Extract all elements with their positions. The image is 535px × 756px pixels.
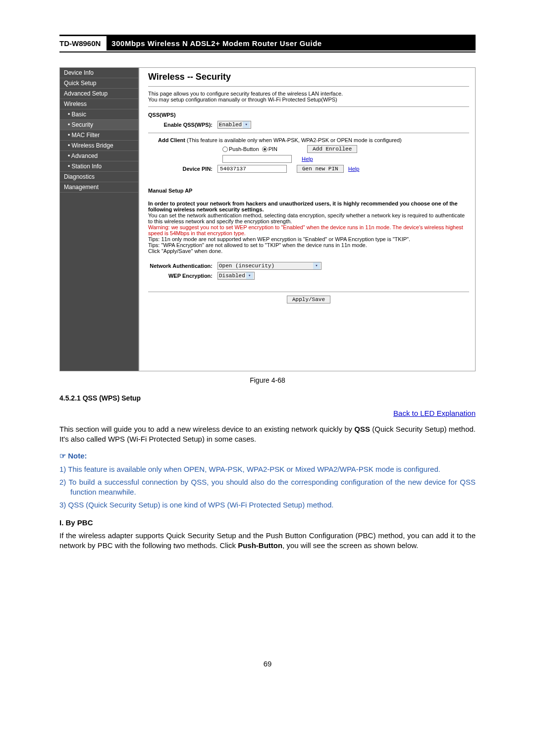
body-paragraph-1: This section will guide you to add a new… <box>59 424 476 445</box>
enrollee-pin-input[interactable] <box>222 155 292 163</box>
router-ui-screenshot: Device Info Quick Setup Advanced Setup W… <box>59 67 476 371</box>
manual-warning: Warning: we suggest you not to set WEP e… <box>148 224 469 236</box>
device-pin-label: Device PIN: <box>148 166 217 172</box>
note-list: 1) This feature is available only when O… <box>59 464 476 510</box>
note-item-1: 1) This feature is available only when O… <box>59 464 476 474</box>
manual-tip1: Tips: 11n only mode are not supported wh… <box>148 236 469 242</box>
sidebar-item-device-info[interactable]: Device Info <box>60 68 138 78</box>
help-link-1[interactable]: Help <box>302 156 313 162</box>
body-paragraph-2: If the wireless adapter supports Quick S… <box>59 531 476 551</box>
model-label: TD-W8960N <box>59 36 107 50</box>
page-number: 69 <box>59 659 476 668</box>
gen-new-pin-button[interactable]: Gen new PIN <box>297 165 344 173</box>
manual-p1a: In order to protect your network from ha… <box>148 201 469 212</box>
manual-tip2: Tips: "WPA Encryption" are not allowed t… <box>148 242 469 248</box>
intro-2: You may setup configuration manually or … <box>148 97 469 102</box>
wep-encryption-label: WEP Encryption: <box>148 273 217 279</box>
doc-title: 300Mbps Wireless N ADSL2+ Modem Router U… <box>107 36 476 50</box>
apply-save-button[interactable]: Apply/Save <box>287 296 330 303</box>
enable-qss-value: Enabled <box>219 122 242 128</box>
chevron-down-icon: ▾ <box>243 121 250 128</box>
enable-qss-label: Enable QSS(WPS): <box>148 122 217 128</box>
push-button-label: Push-Button <box>229 146 259 152</box>
figure-caption: Figure 4-68 <box>59 376 476 384</box>
sidebar-item-advanced-setup[interactable]: Advanced Setup <box>60 89 138 99</box>
doc-header: TD-W8960N 300Mbps Wireless N ADSL2+ Mode… <box>59 35 476 50</box>
sidebar-item-basic[interactable]: • Basic <box>60 109 138 120</box>
section-number: 4.5.2.1 QSS (WPS) Setup <box>59 394 476 402</box>
back-to-led-link[interactable]: Back to LED Explanation <box>393 409 476 417</box>
intro-1: This page allows you to configure securi… <box>148 91 469 97</box>
sidebar-item-diagnostics[interactable]: Diagnostics <box>60 172 138 182</box>
manual-p1b: You can set the network authentication m… <box>148 212 469 224</box>
add-enrollee-button[interactable]: Add Enrollee <box>307 145 357 153</box>
sidebar-item-quick-setup[interactable]: Quick Setup <box>60 78 138 89</box>
sidebar-item-wireless[interactable]: Wireless <box>60 99 138 109</box>
note-header: ☞ Note: <box>59 452 476 460</box>
sidebar-item-mac-filter[interactable]: • MAC Filter <box>60 130 138 141</box>
sidebar-item-management[interactable]: Management <box>60 182 138 193</box>
manual-click: Click "Apply/Save" when done. <box>148 248 469 254</box>
chevron-down-icon: ▾ <box>246 272 253 279</box>
note-item-2: 2) To build a successful connection by Q… <box>59 477 476 498</box>
qss-heading: QSS(WPS) <box>148 112 469 118</box>
network-auth-select[interactable]: Open (insecurity) ▾ <box>217 262 321 270</box>
wep-encryption-value: Disabled <box>219 273 245 279</box>
network-auth-value: Open (insecurity) <box>219 263 274 269</box>
push-button-radio[interactable] <box>222 147 228 152</box>
wep-encryption-select[interactable]: Disabled ▾ <box>217 272 255 280</box>
header-rule <box>59 51 476 52</box>
sidebar-item-station-info[interactable]: • Station Info <box>60 161 138 172</box>
pin-label: PIN <box>268 146 277 152</box>
sub-header-pbc: I. By PBC <box>59 518 476 527</box>
add-client-note: (This feature is available only when WPA… <box>185 137 402 143</box>
pin-radio[interactable] <box>262 147 268 152</box>
panel-title: Wireless -- Security <box>148 72 469 82</box>
network-auth-label: Network Authentication: <box>148 263 217 269</box>
enable-qss-select[interactable]: Enabled ▾ <box>217 121 251 129</box>
chevron-down-icon: ▾ <box>313 262 320 269</box>
sidebar: Device Info Quick Setup Advanced Setup W… <box>60 68 139 371</box>
sidebar-item-security[interactable]: • Security <box>60 120 138 130</box>
sidebar-item-wireless-bridge[interactable]: • Wireless Bridge <box>60 141 138 151</box>
device-pin-value: 54037137 <box>217 165 287 173</box>
help-link-2[interactable]: Help <box>348 166 360 172</box>
sidebar-item-advanced[interactable]: • Advanced <box>60 151 138 161</box>
note-item-3: 3) QSS (Quick Security Setup) is one kin… <box>59 500 476 510</box>
main-panel: Wireless -- Security This page allows yo… <box>139 68 475 371</box>
manual-setup-heading: Manual Setup AP <box>148 188 469 194</box>
add-client-label: Add Client <box>158 137 185 143</box>
